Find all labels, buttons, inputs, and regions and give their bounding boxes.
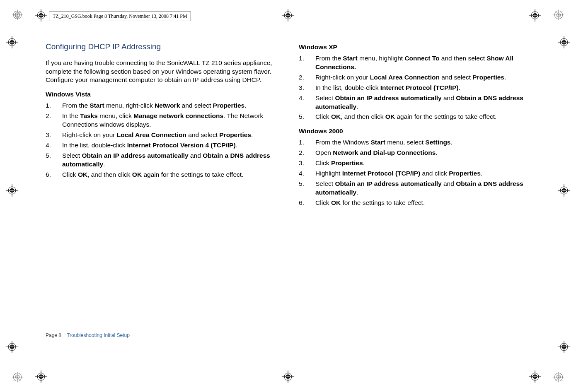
- registration-mark-icon: [558, 341, 570, 353]
- registration-mark-icon: [529, 370, 541, 383]
- heading-windows-vista: Windows Vista: [46, 90, 277, 99]
- steps-windows-2000: From the Windows Start menu, select Sett…: [299, 138, 530, 207]
- steps-windows-vista: From the Start menu, right-click Network…: [46, 101, 277, 179]
- registration-mark-icon: [282, 370, 294, 383]
- list-item: Click Properties.: [299, 159, 530, 168]
- page-number: Page 8: [46, 332, 61, 338]
- list-item: Highlight Internet Protocol (TCP/IP) and…: [299, 169, 530, 178]
- left-column: Configuring DHCP IP Addressing If you ar…: [46, 41, 277, 209]
- intro-paragraph: If you are having trouble connecting to …: [46, 59, 277, 85]
- list-item: From the Start menu, right-click Network…: [46, 101, 277, 110]
- list-item: Select Obtain an IP address automaticall…: [299, 94, 530, 111]
- steps-windows-xp: From the Start menu, highlight Connect T…: [299, 54, 530, 121]
- list-item: Click OK, and then click OK again for th…: [299, 113, 530, 121]
- crop-mark-icon: [12, 9, 23, 21]
- crop-mark-icon: [553, 9, 564, 21]
- registration-mark-icon: [282, 9, 294, 22]
- registration-mark-icon: [529, 9, 541, 22]
- footer-section-name: Troubleshooting Initial Setup: [67, 332, 130, 338]
- document-header: TZ_210_GSG.book Page 8 Thursday, Novembe…: [49, 12, 191, 21]
- list-item: In the list, double-click Internet Proto…: [299, 84, 530, 92]
- registration-mark-icon: [35, 370, 47, 383]
- registration-mark-icon: [558, 184, 570, 197]
- heading-windows-xp: Windows XP: [299, 43, 530, 52]
- page-footer: Page 8 Troubleshooting Initial Setup: [46, 332, 130, 338]
- right-column: Windows XP From the Start menu, highligh…: [299, 41, 530, 209]
- crop-mark-icon: [553, 371, 564, 383]
- registration-mark-icon: [35, 9, 47, 22]
- registration-mark-icon: [558, 36, 570, 48]
- list-item: In the Tasks menu, click Manage network …: [46, 112, 277, 129]
- list-item: Click OK for the settings to take effect…: [299, 199, 530, 207]
- crop-mark-icon: [12, 371, 23, 383]
- list-item: Select Obtain an IP address automaticall…: [46, 152, 277, 169]
- list-item: In the list, double-click Internet Proto…: [46, 141, 277, 150]
- list-item: Open Network and Dial-up Connections.: [299, 149, 530, 157]
- heading-windows-2000: Windows 2000: [299, 127, 530, 136]
- list-item: Select Obtain an IP address automaticall…: [299, 180, 530, 197]
- list-item: Click OK, and then click OK again for th…: [46, 171, 277, 179]
- section-title: Configuring DHCP IP Addressing: [46, 41, 277, 52]
- page-content: Configuring DHCP IP Addressing If you ar…: [46, 41, 530, 209]
- registration-mark-icon: [6, 341, 18, 353]
- registration-mark-icon: [6, 184, 18, 197]
- list-item: Right-click on your Local Area Connectio…: [299, 73, 530, 82]
- registration-mark-icon: [6, 36, 18, 48]
- list-item: Right-click on your Local Area Connectio…: [46, 131, 277, 139]
- list-item: From the Start menu, highlight Connect T…: [299, 54, 530, 72]
- list-item: From the Windows Start menu, select Sett…: [299, 138, 530, 147]
